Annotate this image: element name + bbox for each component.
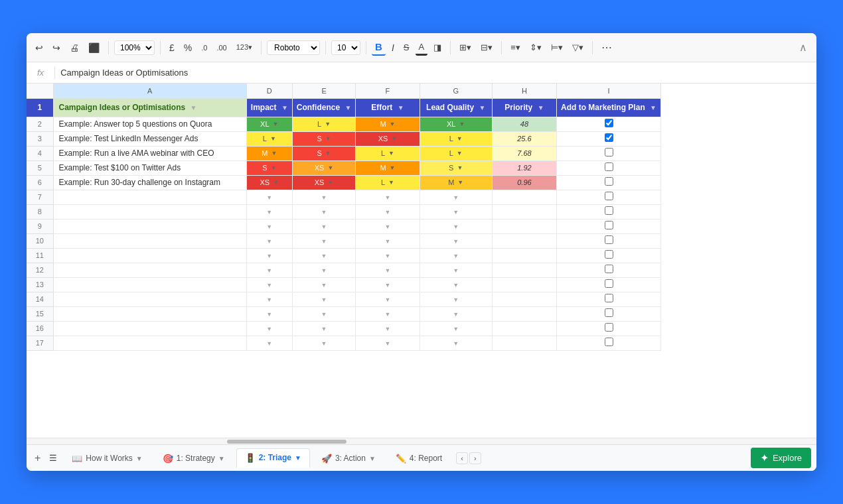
cell-effort-3[interactable]: XS ▼ bbox=[356, 131, 420, 146]
checkbox-4[interactable] bbox=[605, 148, 613, 157]
sort-filter-button[interactable]: ▽▾ bbox=[569, 40, 587, 54]
currency-button[interactable]: £ bbox=[166, 40, 178, 55]
bold-button[interactable]: B bbox=[372, 39, 386, 56]
checkbox-12[interactable] bbox=[605, 265, 613, 273]
filter-icon-priority[interactable]: ▼ bbox=[538, 104, 544, 111]
sheet-list-button[interactable]: ☰ bbox=[46, 451, 60, 465]
tab-dropdown-strategy[interactable]: ▼ bbox=[218, 455, 225, 462]
text-color-button[interactable]: A bbox=[416, 40, 428, 56]
filter-icon-effort[interactable]: ▼ bbox=[398, 104, 404, 111]
align-both-button[interactable]: ⊨▾ bbox=[548, 40, 566, 54]
col-header-e[interactable]: E bbox=[292, 84, 356, 98]
checkbox-3[interactable] bbox=[605, 133, 613, 142]
tab-dropdown-triage[interactable]: ▼ bbox=[295, 454, 301, 462]
col-header-g[interactable]: G bbox=[420, 84, 492, 98]
cell-checkbox-2[interactable] bbox=[557, 117, 661, 131]
borders-button[interactable]: ⊞▾ bbox=[456, 40, 475, 54]
formula-input[interactable] bbox=[60, 68, 811, 78]
checkbox-9[interactable] bbox=[605, 221, 613, 229]
cell-impact-5[interactable]: S ▼ bbox=[246, 160, 292, 175]
undo-button[interactable]: ↩ bbox=[32, 40, 46, 55]
paint-format-button[interactable]: ⬛ bbox=[85, 40, 103, 55]
cell-checkbox-6[interactable] bbox=[557, 175, 661, 190]
tab-report[interactable]: ✏️ 4: Report bbox=[387, 449, 451, 468]
tab-how-it-works[interactable]: 📖 How it Works ▼ bbox=[63, 449, 151, 468]
nav-next-button[interactable]: › bbox=[469, 452, 481, 464]
cell-checkbox-4[interactable] bbox=[557, 146, 661, 160]
filter-icon-confidence[interactable]: ▼ bbox=[345, 104, 351, 111]
checkbox-17[interactable] bbox=[605, 338, 613, 346]
cell-i-7[interactable] bbox=[557, 190, 661, 204]
cell-g-7[interactable]: ▼ bbox=[420, 190, 492, 204]
checkbox-14[interactable] bbox=[605, 294, 613, 302]
checkbox-5[interactable] bbox=[605, 162, 613, 171]
checkbox-8[interactable] bbox=[605, 206, 613, 215]
cell-lead-5[interactable]: S ▼ bbox=[420, 160, 492, 175]
zoom-select[interactable]: 100% bbox=[114, 40, 155, 55]
horizontal-scrollbar[interactable] bbox=[27, 438, 816, 444]
col-header-f[interactable]: F bbox=[356, 84, 420, 98]
cell-impact-3[interactable]: L ▼ bbox=[246, 131, 292, 146]
nav-prev-button[interactable]: ‹ bbox=[456, 452, 468, 464]
align-v-button[interactable]: ⇕▾ bbox=[526, 40, 545, 54]
cell-confidence-3[interactable]: S ▼ bbox=[292, 131, 356, 146]
redo-button[interactable]: ↪ bbox=[49, 40, 64, 55]
scroll-thumb[interactable] bbox=[227, 440, 346, 444]
tab-strategy[interactable]: 🎯 1: Strategy ▼ bbox=[154, 449, 234, 468]
sheet-table-wrapper[interactable]: A D E F G H I 1 bbox=[27, 84, 816, 438]
explore-button[interactable]: ✦ Explore bbox=[751, 448, 811, 468]
checkbox-11[interactable] bbox=[605, 250, 613, 259]
filter-icon-add-plan[interactable]: ▼ bbox=[650, 104, 656, 111]
checkbox-7[interactable] bbox=[605, 192, 613, 200]
checkbox-2[interactable] bbox=[605, 119, 613, 127]
cell-checkbox-3[interactable] bbox=[557, 131, 661, 146]
cell-campaign-5[interactable]: Example: Test $100 on Twitter Ads bbox=[53, 160, 246, 175]
strikethrough-button[interactable]: S bbox=[400, 40, 413, 54]
cell-confidence-5[interactable]: XS ▼ bbox=[292, 160, 356, 175]
filter-icon-impact[interactable]: ▼ bbox=[281, 104, 288, 111]
cell-campaign-6[interactable]: Example: Run 30-day challenge on Instagr… bbox=[53, 175, 246, 190]
checkbox-16[interactable] bbox=[605, 323, 613, 332]
cell-confidence-6[interactable]: XS ▼ bbox=[292, 175, 356, 190]
checkbox-13[interactable] bbox=[605, 279, 613, 288]
cell-impact-6[interactable]: XS ▼ bbox=[246, 175, 292, 190]
cell-f-7[interactable]: ▼ bbox=[356, 190, 420, 204]
tab-action[interactable]: 🚀 3: Action ▼ bbox=[313, 449, 384, 468]
add-sheet-button[interactable]: + bbox=[32, 452, 43, 464]
filter-icon-lead-quality[interactable]: ▼ bbox=[479, 104, 485, 111]
fill-color-button[interactable]: ◨ bbox=[430, 40, 445, 54]
cell-impact-4[interactable]: M ▼ bbox=[246, 146, 292, 160]
cell-confidence-2[interactable]: L ▼ bbox=[292, 117, 356, 131]
maximize-button[interactable]: ∧ bbox=[795, 41, 811, 54]
cell-lead-4[interactable]: L ▼ bbox=[420, 146, 492, 160]
cell-effort-5[interactable]: M ▼ bbox=[356, 160, 420, 175]
tab-dropdown-how-it-works[interactable]: ▼ bbox=[136, 455, 143, 462]
col-header-i[interactable]: I bbox=[557, 84, 661, 98]
cell-confidence-4[interactable]: S ▼ bbox=[292, 146, 356, 160]
cell-checkbox-5[interactable] bbox=[557, 160, 661, 175]
cell-effort-2[interactable]: M ▼ bbox=[356, 117, 420, 131]
cell-lead-3[interactable]: L ▼ bbox=[420, 131, 492, 146]
cell-campaign-3[interactable]: Example: Test LinkedIn Messenger Ads bbox=[53, 131, 246, 146]
checkbox-15[interactable] bbox=[605, 308, 613, 317]
checkbox-10[interactable] bbox=[605, 235, 613, 244]
col-header-h[interactable]: H bbox=[492, 84, 556, 98]
merge-button[interactable]: ⊟▾ bbox=[477, 40, 496, 54]
cell-effort-4[interactable]: L ▼ bbox=[356, 146, 420, 160]
cell-lead-6[interactable]: M ▼ bbox=[420, 175, 492, 190]
italic-button[interactable]: I bbox=[388, 40, 398, 55]
percent-button[interactable]: % bbox=[181, 40, 195, 55]
decimal-dec-button[interactable]: .0 bbox=[198, 42, 210, 54]
cell-campaign-4[interactable]: Example: Run a live AMA webinar with CEO bbox=[53, 146, 246, 160]
decimal-inc-button[interactable]: .00 bbox=[213, 42, 230, 54]
more-button[interactable]: ⋯ bbox=[598, 39, 615, 56]
cell-a-7[interactable] bbox=[53, 190, 246, 204]
tab-dropdown-action[interactable]: ▼ bbox=[369, 455, 376, 462]
col-header-d[interactable]: D bbox=[246, 84, 292, 98]
cell-lead-2[interactable]: XL ▼ bbox=[420, 117, 492, 131]
col-header-a[interactable]: A bbox=[53, 84, 246, 98]
tab-triage[interactable]: 🚦 2: Triage ▼ bbox=[236, 448, 310, 468]
format-number-button[interactable]: 123▾ bbox=[233, 41, 256, 54]
print-button[interactable]: 🖨 bbox=[66, 40, 82, 55]
checkbox-6[interactable] bbox=[605, 177, 613, 186]
